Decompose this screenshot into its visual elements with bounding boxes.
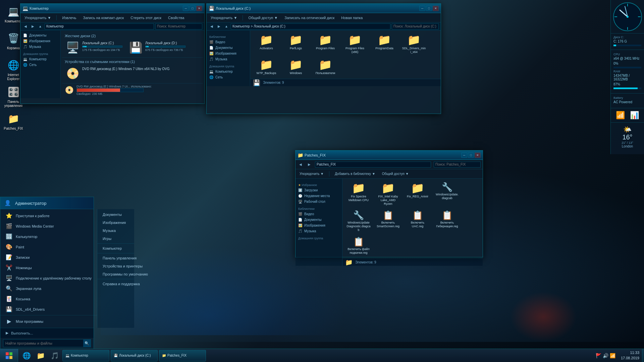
taskbar-explorer-icon[interactable]: 📁 (34, 349, 47, 362)
show-desktop-button[interactable] (642, 349, 644, 362)
tray-speaker-icon[interactable]: 🔊 (603, 353, 608, 358)
startitem-controlpanel[interactable]: Панель управления (97, 254, 134, 262)
tray-network-tray-icon[interactable]: 📶 (610, 353, 615, 358)
delete-button[interactable]: Стереть этот диск (128, 15, 163, 20)
startitem-sdl[interactable]: 💾 SDL_x64_Drivers (0, 304, 97, 314)
diskc-back-button[interactable]: ◀ (209, 23, 215, 29)
sidebar-item-music[interactable]: 🎵 Музыка (20, 44, 60, 50)
diskc-maximize-button[interactable]: □ (426, 6, 432, 11)
startitem-begin[interactable]: ⭐ Приступая к работе (0, 210, 97, 221)
patches-search-input[interactable] (434, 162, 481, 168)
diskc-address-input[interactable] (231, 23, 390, 29)
folder-w7backups[interactable]: 📁 W7P_Backups (253, 58, 280, 76)
diskc-sidebar-computer[interactable]: 💻 Компьютер (207, 69, 250, 74)
file-smartscreen-reg[interactable]: 📋 Включить SmartScreen.reg (375, 209, 401, 233)
diskc-forward-button[interactable]: ▶ (216, 23, 222, 29)
address-input[interactable] (45, 23, 154, 29)
diskc-minimize-button[interactable]: ─ (419, 6, 425, 11)
diskc-up-button[interactable]: ▲ (223, 23, 229, 29)
diskc-sidebar-music[interactable]: 🎵 Музыка (207, 56, 250, 62)
patches-minimize-button[interactable]: ─ (461, 153, 467, 158)
startitem-calc[interactable]: 🔢 Калькулятор (0, 231, 97, 242)
startitem-defaults[interactable]: Программы по умолчанию (97, 270, 134, 278)
properties-button[interactable]: Свойства (166, 15, 186, 20)
close-button[interactable]: ✕ (196, 6, 202, 11)
sidebar-item-computer[interactable]: 💻 Компьютер (20, 56, 60, 62)
patches-sidebar-video[interactable]: 🎬 Видео (296, 211, 342, 217)
folder-sdldrivers[interactable]: 📁 SDL_Drivers_mini_x64 (400, 33, 427, 55)
up-button[interactable]: ▲ (37, 23, 43, 29)
diskc-newfolder-button[interactable]: Новая папка (339, 15, 365, 20)
burn-button[interactable]: Запись на компакт-диск (81, 15, 126, 20)
taskbar-clock[interactable]: 11:33 17.08.2019 (618, 350, 642, 361)
startitem-magnifier[interactable]: 🔍 Экранная лупа (0, 283, 97, 294)
diskc-burn-button[interactable]: Записать на оптический диск (282, 15, 336, 20)
folder-perflogs[interactable]: 📁 PerfLogs (282, 33, 309, 55)
file-fix-spectre[interactable]: 📁 Fix Spectre Meltdown CPU (345, 181, 372, 207)
patches-sidebar-music[interactable]: 🎵 Музыка (296, 228, 342, 234)
patches-sidebar-docs[interactable]: 📄 Документы (296, 217, 342, 223)
file-pagefile-reg[interactable]: 📋 Включить файл подкачки.reg (345, 236, 372, 256)
patches-addlib-button[interactable]: Добавить в библиотеку ▼ (333, 171, 377, 176)
folder-programfiles[interactable]: 📁 Program Files (312, 33, 339, 55)
taskbar-program-patches[interactable]: 📁 Patches_FIX (159, 350, 206, 361)
taskbar-media-icon[interactable]: 🎵 (48, 349, 61, 362)
sidebar-item-network[interactable]: 🌐 Сеть (20, 62, 60, 68)
start-search-icon[interactable]: 🔍 (83, 340, 91, 347)
desktop-icon-patches[interactable]: 📁 Patches_FIX (2, 111, 25, 132)
patches-sidebar-images[interactable]: 🖼️ Изображения (296, 223, 342, 228)
window-patches-titlebar[interactable]: 📁 Patches_FIX ─ □ ✕ (296, 150, 483, 160)
forward-button[interactable]: ▶ (30, 23, 36, 29)
diskc-close-button[interactable]: ✕ (433, 6, 439, 11)
file-windowsupdate-diagcab[interactable]: 🔧 WindowsUpdate.diagcab (434, 181, 461, 207)
startitem-notes[interactable]: 📝 Записки (0, 252, 97, 262)
organize-button[interactable]: Упорядочить ▼ (22, 15, 53, 20)
startitem-documents[interactable]: Документы (97, 210, 134, 219)
print-button[interactable]: Извлечь (60, 15, 78, 20)
patches-sidebar-desktop[interactable]: 🖥️ Рабочий стол (296, 199, 342, 204)
start-button[interactable] (0, 349, 18, 362)
startitem-computer[interactable]: Компьютер (97, 244, 134, 252)
startitem-run[interactable]: ▶ Выполнить... (3, 329, 91, 337)
patches-maximize-button[interactable]: □ (468, 153, 474, 158)
start-search-input[interactable] (3, 340, 83, 346)
minimize-button[interactable]: ─ (183, 6, 189, 11)
startitem-music[interactable]: Музыка (97, 227, 134, 235)
search-input[interactable] (155, 23, 202, 29)
patches-sidebar-recent[interactable]: 🕐 Недавние места (296, 193, 342, 199)
back-button[interactable]: ◀ (22, 23, 29, 29)
taskbar-program-diskc[interactable]: 💾 Локальный диск (C:) (111, 350, 158, 361)
diskc-sidebar-video[interactable]: 🎬 Видео (207, 39, 250, 45)
window-diskc-titlebar[interactable]: 💾 Локальный диск (C:) ─ □ ✕ (207, 4, 441, 13)
file-hibernate-reg[interactable]: 📋 Включить Гибернация.reg (434, 209, 461, 233)
startitem-allprograms[interactable]: ▶ Мои программы (0, 316, 97, 326)
folder-activators[interactable]: 📁 Activators (253, 33, 280, 55)
patches-organize-button[interactable]: Упорядочить ▼ (298, 171, 326, 176)
folder-windows[interactable]: 📁 Windows (282, 58, 309, 76)
folder-programdata[interactable]: 📁 ProgramData (371, 33, 398, 55)
folder-users[interactable]: 📁 Пользователи (312, 58, 339, 76)
startitem-solitaire[interactable]: 🃏 Косынка (0, 294, 97, 304)
startitem-devices[interactable]: Устройства и принтеры (97, 262, 134, 270)
diskc-sidebar-network[interactable]: 🌐 Сеть (207, 74, 250, 80)
sidebar-item-documents[interactable]: 📄 Документы (20, 33, 60, 38)
patches-forward-button[interactable]: ▶ (306, 162, 312, 168)
file-windowsupdate-diagnostic[interactable]: 🔧 WindowsUpdate Diagnostic.diagcab (345, 209, 372, 233)
startitem-images[interactable]: Изображения (97, 219, 134, 227)
sidebar-item-images[interactable]: 🖼️ Изображения (20, 38, 60, 44)
disk-d-item[interactable]: 💾 Локальный диск (D:) 675 ГБ свободно из… (128, 40, 187, 55)
patches-sidebar-downloads[interactable]: ⬇️ Загрузки (296, 187, 342, 193)
startitem-games[interactable]: Игры (97, 235, 134, 243)
startitem-paint[interactable]: 🎨 Paint (0, 242, 97, 252)
diskc-search-input[interactable] (392, 23, 439, 29)
patches-back-button[interactable]: ◀ (298, 162, 304, 168)
patches-address-input[interactable] (315, 162, 431, 168)
patches-share-button[interactable]: Общий доступ ▼ (380, 171, 411, 176)
diskc-organize-button[interactable]: Упорядочить ▼ (209, 15, 239, 20)
diskc-sidebar-images[interactable]: 🖼️ Изображения (207, 51, 250, 56)
taskbar-program-mycomputer[interactable]: 💻 Компьютер (62, 350, 109, 361)
diskc-sidebar-documents[interactable]: 📄 Документы (207, 45, 250, 51)
startitem-help[interactable]: Справка и поддержка (97, 280, 134, 288)
dvd-item[interactable]: 📀 DVD RW дисковод (E:) Windows 7 Ultim x… (65, 66, 200, 81)
startitem-scissors[interactable]: ✂️ Ножницы (0, 262, 97, 273)
